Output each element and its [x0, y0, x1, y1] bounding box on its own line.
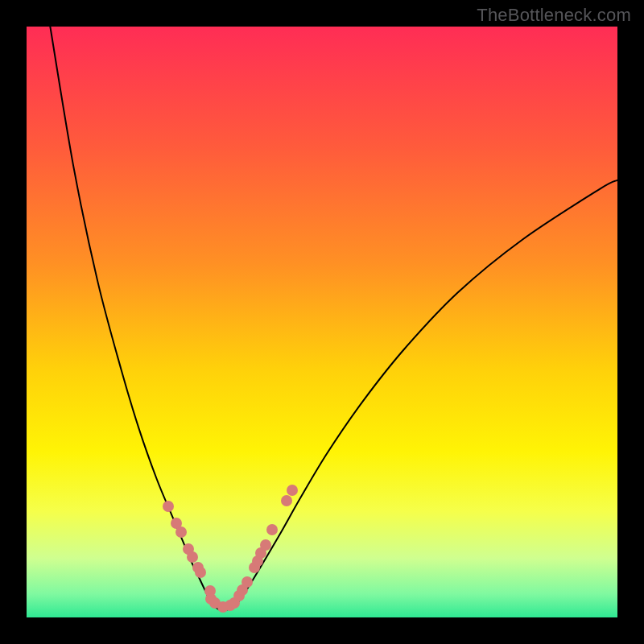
- marked-point: [163, 501, 174, 512]
- watermark-text: TheBottleneck.com: [477, 5, 631, 26]
- marked-point: [281, 495, 292, 506]
- marked-point: [175, 526, 187, 538]
- chart-frame: TheBottleneck.com: [0, 0, 644, 644]
- marked-point: [287, 485, 298, 496]
- marked-point: [260, 539, 271, 551]
- marked-point: [266, 524, 278, 535]
- marked-point: [242, 576, 253, 588]
- plot-area: [27, 27, 617, 617]
- marked-point: [195, 567, 206, 578]
- bottleneck-curve: [27, 27, 617, 617]
- marked-point: [187, 551, 198, 563]
